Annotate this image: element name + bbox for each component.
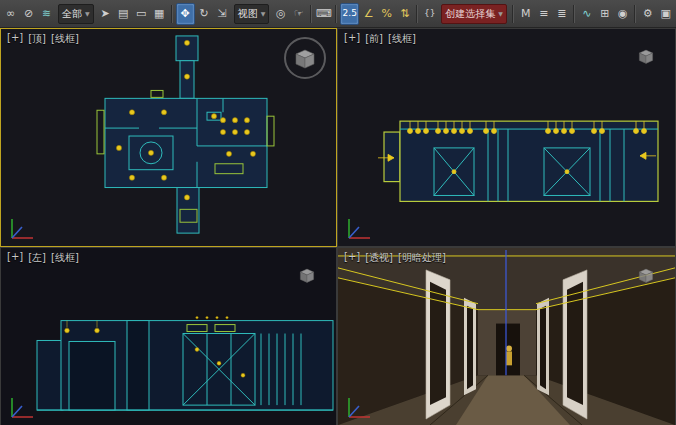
reference-coordinate-value: 视图 xyxy=(238,7,258,21)
axis-tripod-icon xyxy=(342,393,376,423)
select-by-name-icon[interactable]: ▤ xyxy=(115,4,132,24)
viewport-shading-label[interactable]: [线框] xyxy=(51,32,79,46)
main-toolbar: ∞ ⊘ ≋ 全部 ▼ ➤ ▤ ▭ ▦ ✥ ↻ ⇲ 视图 ▼ ◎ ☞ ⌨ 2.5 … xyxy=(0,0,676,28)
viewport-grid: [+] [顶] [线框] xyxy=(0,28,676,425)
viewcube[interactable] xyxy=(282,35,328,81)
unlink-selection-icon[interactable]: ⊘ xyxy=(20,4,37,24)
viewport-shading-label[interactable]: [线框] xyxy=(388,32,416,46)
render-setup-icon[interactable]: ⚙ xyxy=(639,4,656,24)
select-and-scale-icon[interactable]: ⇲ xyxy=(214,4,231,24)
chevron-down-icon: ▼ xyxy=(261,10,266,17)
schematic-view-icon[interactable]: ⊞ xyxy=(596,4,613,24)
toolbar-separator xyxy=(171,5,173,23)
snap-toggle-icon[interactable]: 2.5 xyxy=(340,3,359,25)
select-and-link-icon[interactable]: ∞ xyxy=(2,4,19,24)
viewport-view-label[interactable]: [透视] xyxy=(365,251,393,265)
chevron-down-icon: ▼ xyxy=(85,10,90,17)
viewport-label-bar: [+] [前] [线框] xyxy=(344,32,416,46)
axis-tripod-icon xyxy=(5,393,39,423)
axis-tripod-icon xyxy=(342,214,376,244)
align-icon[interactable]: ≡ xyxy=(535,4,552,24)
selection-filter-dropdown[interactable]: 全部 ▼ xyxy=(58,4,94,24)
keyboard-override-icon[interactable]: ⌨ xyxy=(315,4,332,24)
window-crossing-icon[interactable]: ▦ xyxy=(151,4,168,24)
viewport-view-label[interactable]: [左] xyxy=(28,251,46,265)
selection-region-icon[interactable]: ▭ xyxy=(133,4,150,24)
viewport-menu-button[interactable]: [+] xyxy=(344,251,360,265)
viewport-label-bar: [+] [左] [线框] xyxy=(7,251,79,265)
select-and-rotate-icon[interactable]: ↻ xyxy=(196,4,213,24)
toolbar-separator xyxy=(416,5,418,23)
select-object-icon[interactable]: ➤ xyxy=(97,4,114,24)
toolbar-separator xyxy=(634,5,636,23)
viewport-view-label[interactable]: [前] xyxy=(365,32,383,46)
angle-snap-icon[interactable]: ∠ xyxy=(360,4,377,24)
viewport-label-bar: [+] [透视] [明暗处理] xyxy=(344,251,446,265)
viewport-view-label[interactable]: [顶] xyxy=(28,32,46,46)
3d-app-window: ∞ ⊘ ≋ 全部 ▼ ➤ ▤ ▭ ▦ ✥ ↻ ⇲ 视图 ▼ ◎ ☞ ⌨ 2.5 … xyxy=(0,0,676,425)
percent-snap-icon[interactable]: % xyxy=(378,4,395,24)
left-view-wireframe-canvas[interactable] xyxy=(1,248,336,425)
viewport-front-view[interactable]: [+] [前] [线框] xyxy=(337,28,676,247)
viewcube[interactable] xyxy=(290,258,324,292)
reference-coordinate-dropdown[interactable]: 视图 ▼ xyxy=(234,4,270,24)
perspective-shaded-canvas[interactable] xyxy=(338,248,675,425)
toolbar-separator xyxy=(310,5,312,23)
axis-tripod-icon xyxy=(5,214,39,244)
front-view-wireframe-canvas[interactable] xyxy=(338,29,675,246)
viewport-left-view[interactable]: [+] [左] [线框] xyxy=(0,247,337,425)
viewcube[interactable] xyxy=(629,258,663,292)
edit-named-selections-icon[interactable]: {} xyxy=(421,4,438,24)
viewport-menu-button[interactable]: [+] xyxy=(7,32,23,46)
spinner-snap-icon[interactable]: ⇅ xyxy=(396,4,413,24)
named-selection-value: 创建选择集 xyxy=(445,7,495,21)
curve-editor-icon[interactable]: ∿ xyxy=(578,4,595,24)
bind-to-space-warp-icon[interactable]: ≋ xyxy=(38,4,55,24)
viewport-perspective-view[interactable]: [+] [透视] [明暗处理] xyxy=(337,247,676,425)
select-and-manipulate-icon[interactable]: ☞ xyxy=(290,4,307,24)
viewport-menu-button[interactable]: [+] xyxy=(344,32,360,46)
select-and-move-icon[interactable]: ✥ xyxy=(176,3,195,25)
viewport-shading-label[interactable]: [线框] xyxy=(51,251,79,265)
viewport-top-view[interactable]: [+] [顶] [线框] xyxy=(0,28,337,247)
rendered-frame-window-icon[interactable]: ▣ xyxy=(657,4,674,24)
viewcube[interactable] xyxy=(629,39,663,73)
toolbar-separator xyxy=(335,5,337,23)
viewport-label-bar: [+] [顶] [线框] xyxy=(7,32,79,46)
toolbar-separator xyxy=(573,5,575,23)
viewport-menu-button[interactable]: [+] xyxy=(7,251,23,265)
material-editor-icon[interactable]: ◉ xyxy=(614,4,631,24)
mirror-icon[interactable]: M xyxy=(517,4,534,24)
selection-filter-value: 全部 xyxy=(62,7,82,21)
named-selection-dropdown[interactable]: 创建选择集 ▼ xyxy=(441,4,507,24)
layer-manager-icon[interactable]: ≣ xyxy=(553,4,570,24)
use-pivot-center-icon[interactable]: ◎ xyxy=(272,4,289,24)
chevron-down-icon: ▼ xyxy=(498,10,503,17)
viewport-shading-label[interactable]: [明暗处理] xyxy=(398,251,446,265)
toolbar-separator xyxy=(512,5,514,23)
